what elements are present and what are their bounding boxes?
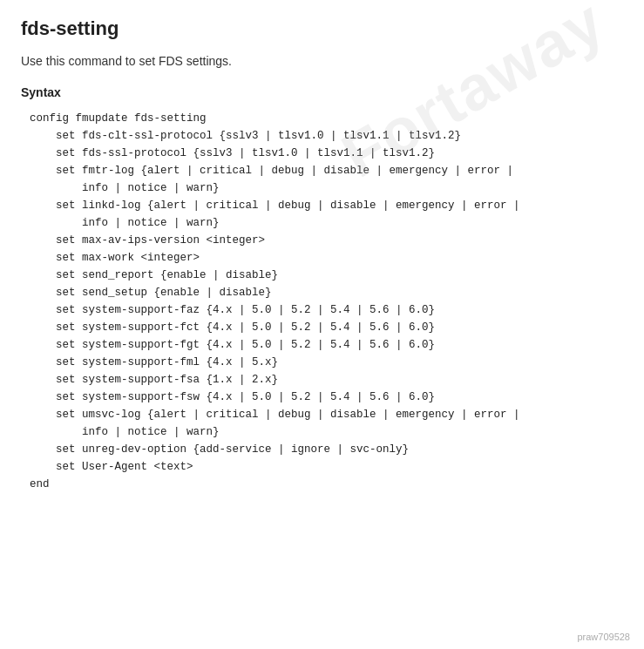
code-line: set send_setup {enable | disable} — [30, 284, 623, 301]
code-line: set fds-clt-ssl-protocol {sslv3 | tlsv1.… — [30, 127, 623, 145]
code-line: set system-support-fml {4.x | 5.x} — [30, 354, 623, 371]
code-line: set unreg-dev-option {add-service | igno… — [30, 441, 623, 458]
code-line: set umsvc-log {alert | critical | debug … — [30, 406, 623, 423]
code-line: info | notice | warn} — [30, 214, 623, 232]
code-line: set system-support-faz {4.x | 5.0 | 5.2 … — [30, 301, 623, 319]
code-line: config fmupdate fds-setting — [30, 110, 623, 127]
code-line: set max-work <integer> — [30, 249, 623, 267]
code-line: set system-support-fsw {4.x | 5.0 | 5.2 … — [30, 389, 623, 406]
code-line: set fmtr-log {alert | critical | debug |… — [30, 162, 623, 179]
code-line: end — [30, 476, 623, 493]
code-line: set User-Agent <text> — [30, 458, 623, 476]
code-line: set linkd-log {alert | critical | debug … — [30, 197, 623, 214]
code-line: set fds-ssl-protocol {sslv3 | tlsv1.0 | … — [30, 145, 623, 162]
code-line: set max-av-ips-version <integer> — [30, 232, 623, 249]
code-block: config fmupdate fds-setting set fds-clt-… — [21, 110, 623, 493]
code-line: set system-support-fct {4.x | 5.0 | 5.2 … — [30, 319, 623, 336]
page-description: Use this command to set FDS settings. — [21, 54, 623, 68]
code-line: set system-support-fsa {1.x | 2.x} — [30, 371, 623, 389]
code-line: info | notice | warn} — [30, 423, 623, 441]
code-line: set system-support-fgt {4.x | 5.0 | 5.2 … — [30, 336, 623, 354]
code-line: set send_report {enable | disable} — [30, 267, 623, 284]
code-line: info | notice | warn} — [30, 179, 623, 197]
page-title: fds-setting — [21, 17, 623, 40]
syntax-heading: Syntax — [21, 85, 623, 99]
page-id: praw709528 — [577, 632, 630, 642]
